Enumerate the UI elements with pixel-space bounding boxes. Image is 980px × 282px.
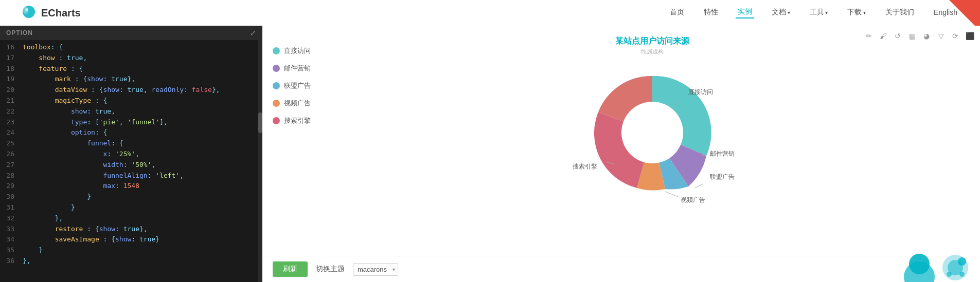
legend-dot-union [273,82,280,89]
nav-features[interactable]: 特性 [702,8,720,18]
logo-area: ECharts [21,5,81,21]
header: ECharts 首页 特性 实例 文档 工具 下载 关于我们 English [0,0,980,26]
label-video: 视频广告 [681,196,705,203]
svg-point-13 [959,272,965,277]
refresh-button[interactable]: 刷新 [273,261,308,277]
theme-label: 切换主题 [316,265,345,274]
chart-title: 某站点用户访问来源 [615,36,689,47]
chart-container: 某站点用户访问来源 纯属虚构 [334,36,970,251]
scrollbar-thumb[interactable] [258,112,262,133]
code-line: }, [23,213,258,224]
legend-label-direct: 直接访问 [284,46,311,55]
legend-label-union: 联盟广告 [284,81,311,90]
code-line: } [23,202,258,213]
deco-icon-1 [903,249,936,282]
code-line: mark : {show: true}, [23,74,258,85]
nav-download[interactable]: 下载 [845,8,868,18]
theme-select[interactable]: macarons default dark vintage westeros e… [353,263,398,276]
legend-label-email: 邮件营销 [284,64,311,73]
legend-dot-email [273,65,280,72]
code-line: }, [23,256,258,267]
legend-dot-direct [273,47,280,54]
code-line: saveAsImage : {show: true} [23,234,258,245]
main-content: OPTION ⤢ 1617181920 2122232425 262728293… [0,26,980,282]
legend-item-video: 视频广告 [273,99,334,108]
svg-line-5 [695,184,703,188]
code-line: width: '50%', [23,160,258,171]
code-line: funnelAlign: 'left', [23,171,258,181]
logo-icon [21,5,37,21]
svg-point-2 [25,8,28,11]
code-line: max: 1548 [23,181,258,192]
legend-item-union: 联盟广告 [273,81,334,90]
pie-chart-wrapper: 直接访问 邮件营销 联盟广告 视频广告 搜索引擎 [570,61,735,204]
nav-about[interactable]: 关于我们 [883,8,916,18]
scrollbar[interactable] [258,40,262,282]
code-line: show: true, [23,106,258,117]
option-label: OPTION [6,29,33,36]
label-email: 邮件营销 [710,150,735,157]
code-line: x: '25%', [23,149,258,160]
nav-examples[interactable]: 实例 [736,7,754,18]
chart-subtitle: 纯属虚构 [641,48,664,55]
code-line: show : true, [23,53,258,64]
pie-hole [621,102,683,163]
svg-line-6 [665,192,678,197]
code-line: option: { [23,127,258,138]
code-line: dataView : {show: true, readOnly: false}… [23,85,258,96]
logo-text: ECharts [41,7,81,19]
code-line: restore : {show: true}, [23,224,258,235]
label-union: 联盟广告 [710,173,735,180]
code-panel: OPTION ⤢ 1617181920 2122232425 262728293… [0,26,262,282]
code-line: magicType : { [23,96,258,106]
code-content[interactable]: 1617181920 2122232425 2627282930 3132333… [0,40,262,282]
code-line: toolbox: { [23,42,258,53]
code-line: type: ['pie', 'funnel'], [23,117,258,128]
nav-tools[interactable]: 工具 [808,8,830,18]
code-panel-header: OPTION ⤢ [0,26,262,40]
svg-point-14 [947,272,952,277]
nav-docs[interactable]: 文档 [770,8,792,18]
legend-label-search: 搜索引擎 [284,116,311,125]
legend: 直接访问 邮件营销 联盟广告 视频广告 搜索引擎 [273,36,334,251]
bottom-icons [903,249,970,282]
expand-icon[interactable]: ⤢ [250,29,256,37]
code-line: } [23,192,258,202]
line-numbers: 1617181920 2122232425 2627282930 3132333… [0,40,19,282]
nav-home[interactable]: 首页 [668,8,686,18]
bottom-bar: 刷新 切换主题 macarons default dark vintage we… [262,256,980,282]
code-line: funnel: { [23,138,258,149]
main-nav: 首页 特性 实例 文档 工具 下载 关于我们 English [668,7,959,18]
deco-icon-2 [941,254,970,282]
code-line: feature : { [23,64,258,74]
theme-select-wrapper: macarons default dark vintage westeros e… [353,263,398,276]
svg-point-12 [958,257,966,266]
label-direct: 直接访问 [688,88,713,96]
legend-item-direct: 直接访问 [273,46,334,55]
legend-dot-video [273,100,280,107]
legend-label-video: 视频广告 [284,99,311,108]
legend-dot-search [273,117,280,124]
legend-item-search: 搜索引擎 [273,116,334,125]
chart-panel: ✏ 🖌 ↺ ▦ ◕ ▽ ⟳ ⬛ 直接访问 邮件营销 [262,26,980,282]
svg-point-9 [909,254,930,274]
label-search: 搜索引擎 [573,163,597,170]
code-text[interactable]: toolbox: { show : true, feature : { mark… [19,40,262,282]
chart-area: 直接访问 邮件营销 联盟广告 视频广告 搜索引擎 [262,26,980,256]
code-line: } [23,245,258,256]
pie-chart-svg: 直接访问 邮件营销 联盟广告 视频广告 搜索引擎 [570,61,735,204]
legend-item-email: 邮件营销 [273,64,334,73]
